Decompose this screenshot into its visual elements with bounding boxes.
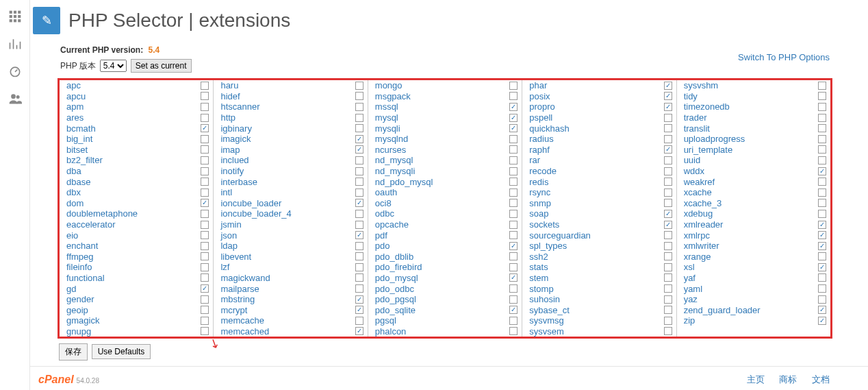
extension-xrange[interactable]: xrange [677,252,830,263]
extension-radius[interactable]: radius [522,134,676,145]
extension-checkbox[interactable] [509,178,518,186]
extension-dbx[interactable]: dbx [60,187,213,198]
set-as-current-button[interactable]: Set as current [131,59,192,73]
extension-pdo_odbc[interactable]: pdo_odbc [368,283,522,294]
extension-checkbox[interactable]: ✓ [818,221,826,229]
extension-checkbox[interactable] [818,135,826,143]
extension-dba[interactable]: dba [60,166,213,177]
extension-checkbox[interactable]: ✓ [818,317,826,325]
extension-checkbox[interactable] [201,306,209,314]
extension-mbstring[interactable]: mbstring✓ [214,294,367,305]
extension-stomp[interactable]: stomp [522,283,676,294]
php-version-select[interactable]: 5.4 [100,60,127,72]
extension-checkbox[interactable] [818,284,826,293]
extension-checkbox[interactable] [509,317,518,325]
extension-checkbox[interactable]: ✓ [355,199,363,207]
extension-pdo_mysql[interactable]: pdo_mysql✓ [368,273,522,284]
extension-ssh2[interactable]: ssh2 [522,252,676,263]
extension-nd_mysql[interactable]: nd_mysql [368,155,522,166]
users-icon[interactable] [0,85,29,112]
extension-pgsql[interactable]: pgsql [368,315,522,326]
extension-checkbox[interactable]: ✓ [664,221,672,229]
extension-pspell[interactable]: pspell [522,112,676,123]
extension-checkbox[interactable]: ✓ [509,242,518,250]
extension-checkbox[interactable] [509,145,518,154]
extension-tidy[interactable]: tidy [677,91,830,102]
extension-pdo[interactable]: pdo✓ [368,241,522,252]
extension-doublemetaphone[interactable]: doublemetaphone [60,208,213,219]
extension-checkbox[interactable]: ✓ [355,135,363,143]
extension-geoip[interactable]: geoip [60,304,213,315]
extension-gmagick[interactable]: gmagick [60,315,213,326]
extension-checkbox[interactable] [818,252,826,260]
extension-checkbox[interactable]: ✓ [355,327,363,335]
extension-checkbox[interactable] [355,242,363,250]
extension-functional[interactable]: functional [60,273,213,284]
extension-sysvmsg[interactable]: sysvmsg [522,315,676,326]
extension-checkbox[interactable] [818,124,826,132]
extension-gender[interactable]: gender [60,294,213,305]
extension-checkbox[interactable]: ✓ [355,231,363,239]
gauge-icon[interactable] [0,58,29,85]
extension-checkbox[interactable] [355,252,363,260]
extension-yaf[interactable]: yaf [677,273,830,284]
footer-docs-link[interactable]: 文档 [812,374,830,385]
extension-translit[interactable]: translit [677,123,830,134]
extension-checkbox[interactable] [201,103,209,111]
extension-checkbox[interactable] [201,178,209,186]
extension-ffmpeg[interactable]: ffmpeg [60,252,213,263]
extension-checkbox[interactable] [818,92,826,100]
extension-checkbox[interactable] [201,156,209,164]
extension-sysvsem[interactable]: sysvsem [522,326,676,337]
footer-home-link[interactable]: 主页 [747,374,765,385]
extension-mysql[interactable]: mysql✓ [368,112,522,123]
extension-checkbox[interactable] [355,82,363,90]
extension-checkbox[interactable] [355,124,363,132]
save-button[interactable]: 保存 [59,343,88,361]
extension-checkbox[interactable]: ✓ [818,306,826,314]
extension-checkbox[interactable] [818,82,826,90]
extension-checkbox[interactable] [664,284,672,293]
extension-checkbox[interactable] [509,210,518,218]
extension-htscanner[interactable]: htscanner [214,101,367,112]
extension-http[interactable]: http [214,112,367,123]
extension-stats[interactable]: stats [522,262,676,273]
extension-checkbox[interactable] [201,327,209,335]
extension-checkbox[interactable]: ✓ [664,103,672,111]
extension-checkbox[interactable] [355,317,363,325]
extension-magickwand[interactable]: magickwand [214,273,367,284]
extension-memcache[interactable]: memcache [214,315,367,326]
grid-icon[interactable] [0,3,29,30]
extension-zip[interactable]: zip✓ [677,315,830,326]
extension-nd_mysqli[interactable]: nd_mysqli [368,166,522,177]
extension-pdo_dblib[interactable]: pdo_dblib [368,252,522,263]
extension-quickhash[interactable]: quickhash [522,123,676,134]
extension-checkbox[interactable]: ✓ [509,103,518,111]
extension-imagick[interactable]: imagick✓ [214,134,367,145]
extension-mcrypt[interactable]: mcrypt✓ [214,304,367,315]
extension-xmlrpc[interactable]: xmlrpc✓ [677,230,830,241]
extension-checkbox[interactable] [509,82,518,90]
extension-xmlreader[interactable]: xmlreader✓ [677,219,830,230]
extension-uuid[interactable]: uuid [677,155,830,166]
extension-checkbox[interactable] [201,242,209,250]
extension-oci8[interactable]: oci8 [368,198,522,209]
extension-weakref[interactable]: weakref [677,176,830,187]
extension-igbinary[interactable]: igbinary [214,123,367,134]
extension-posix[interactable]: posix✓ [522,91,676,102]
extension-checkbox[interactable] [664,317,672,325]
extension-checkbox[interactable]: ✓ [818,263,826,271]
extension-checkbox[interactable]: ✓ [664,210,672,218]
extension-checkbox[interactable] [664,231,672,239]
extension-eio[interactable]: eio [60,230,213,241]
extension-checkbox[interactable]: ✓ [509,124,518,132]
extension-checkbox[interactable] [201,317,209,325]
extension-checkbox[interactable]: ✓ [818,167,826,175]
extension-eaccelerator[interactable]: eaccelerator [60,219,213,230]
extension-checkbox[interactable] [201,82,209,90]
extension-raphf[interactable]: raphf✓ [522,145,676,156]
extension-ares[interactable]: ares [60,112,213,123]
extension-checkbox[interactable] [818,210,826,218]
extension-inotify[interactable]: inotify [214,166,367,177]
extension-checkbox[interactable] [818,156,826,164]
